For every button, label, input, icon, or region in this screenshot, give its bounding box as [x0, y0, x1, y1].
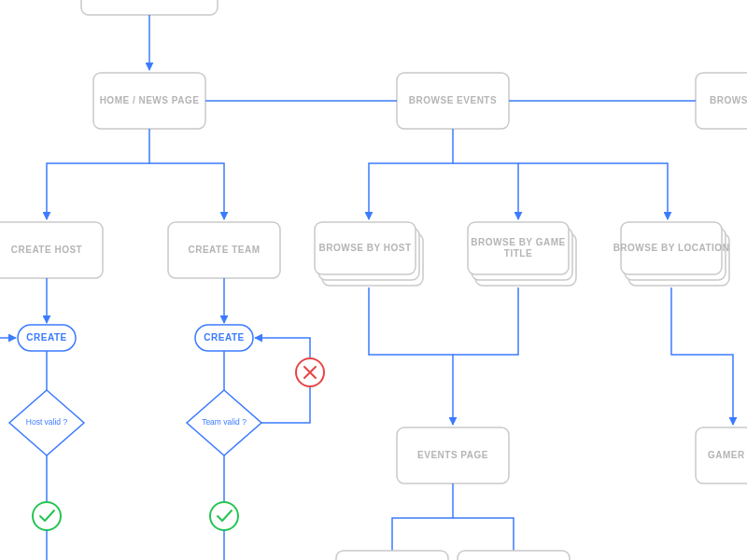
node-create-host-label: CREATE HOST — [11, 245, 82, 255]
connector — [392, 483, 453, 560]
node-browse-by-location-label: BROWSE BY LOCATION — [613, 243, 730, 253]
connector — [47, 129, 149, 219]
connector — [453, 287, 518, 355]
diamond-host-valid-label: Host valid ? — [26, 417, 68, 427]
node-browse-by-game-label2: TITLE — [504, 248, 532, 259]
connector — [671, 287, 733, 425]
connector — [518, 163, 668, 219]
pill-create-team-label: CREATE — [204, 332, 244, 343]
connector — [453, 163, 518, 219]
connector — [369, 129, 453, 219]
node-create-team-label: CREATE TEAM — [189, 245, 261, 255]
node-browse-by-game-label1: BROWSE BY GAME — [471, 237, 565, 247]
connector — [149, 163, 224, 219]
success-icon-team — [210, 502, 238, 530]
top-entry-box — [81, 0, 218, 15]
node-bottom-right — [458, 551, 570, 560]
node-browse-events-label: BROWSE EVENTS — [409, 95, 497, 105]
flow-diagram: HOME / NEWS PAGE BROWSE EVENTS BROWSE G … — [0, 0, 747, 560]
node-bottom-left — [336, 551, 448, 560]
node-home-label: HOME / NEWS PAGE — [100, 95, 200, 105]
node-browse-by-host-label: BROWSE BY HOST — [318, 243, 411, 253]
pill-create-host-label: CREATE — [26, 332, 66, 343]
connector — [369, 287, 453, 425]
node-gamer-p-label: GAMER P — [708, 450, 747, 460]
node-browse-g-label: BROWSE G — [710, 95, 747, 105]
diamond-team-valid-label: Team valid ? — [202, 417, 247, 427]
node-events-page-label: EVENTS PAGE — [417, 450, 488, 460]
success-icon-host — [33, 502, 61, 530]
